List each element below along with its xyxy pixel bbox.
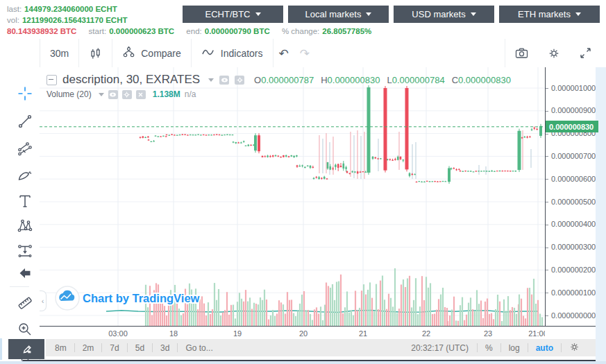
chevron-down-icon: [255, 12, 261, 16]
xabcd-pattern-tool[interactable]: [15, 216, 35, 236]
gear-icon[interactable]: [235, 76, 244, 85]
market-button-label: ECHT/BTC: [205, 9, 251, 19]
market-button-label: USD markets: [412, 9, 465, 19]
chart-style-button[interactable]: [79, 39, 112, 67]
ohlc-c: C0.000000830: [452, 75, 511, 85]
brush-icon: [17, 168, 33, 184]
gear-icon[interactable]: [562, 342, 587, 354]
stat-change-label: % change:: [282, 27, 319, 35]
chart-toolbar: 30m Compare Indicators ↶ ↷: [40, 39, 606, 68]
price-tick: [546, 202, 548, 202]
candles-icon: [89, 47, 102, 60]
time-axis-label: 23: [484, 329, 492, 338]
auto-scale-button[interactable]: auto: [528, 343, 561, 353]
undo-icon[interactable]: ↶: [273, 46, 294, 60]
chevron-down-icon: [366, 12, 371, 16]
time-axis-label: 03:00: [108, 329, 128, 338]
drawing-panel-button[interactable]: [8, 339, 44, 359]
text-tool[interactable]: [15, 191, 35, 211]
stat-vol-value: 121199026.156431170 ECHT: [22, 16, 128, 24]
price-tick: [546, 179, 548, 180]
compare-button[interactable]: Compare: [112, 39, 191, 67]
time-axis[interactable]: 03:0018192021222321:00: [40, 326, 545, 340]
ohlc-o: O0.000000787: [254, 75, 314, 85]
percent-scale-button[interactable]: %: [478, 343, 500, 353]
exchange-chart-page: last:144979.234060000 ECHT vol:121199026…: [0, 0, 606, 364]
price-tick: [546, 248, 548, 248]
toolbar-divider: [10, 286, 29, 287]
collapse-pane-handle[interactable]: ‹: [40, 291, 47, 311]
stat-last-value: 144979.234060000 ECHT: [24, 5, 117, 13]
market-button-eth-markets[interactable]: ETH markets: [499, 6, 600, 23]
indicators-button[interactable]: Indicators: [192, 39, 273, 67]
market-button-label: Local markets: [305, 9, 362, 19]
indicators-icon: [201, 46, 215, 60]
stat-vol-btc: 80.143938932 BTC: [7, 27, 76, 35]
market-button-echt-btc[interactable]: ECHT/BTC: [183, 6, 283, 23]
camera-icon: [514, 46, 529, 60]
price-axis-label: 0.000000100: [551, 288, 596, 297]
chart-area[interactable]: Chart by TradingView description, 30, EX…: [40, 67, 545, 326]
time-axis-label: 21: [359, 329, 367, 338]
gear-icon[interactable]: [122, 90, 132, 99]
range-button-7d[interactable]: 7d: [102, 343, 126, 353]
fib-tools-icon: [17, 141, 33, 157]
forecast-icon: [17, 243, 33, 259]
legend-collapse-icon[interactable]: [47, 75, 57, 85]
price-tick: [546, 225, 548, 225]
zoom-in-tool[interactable]: [15, 319, 35, 340]
chevron-down-icon[interactable]: [99, 93, 104, 96]
time-axis-label: 19: [233, 329, 242, 338]
redo-icon[interactable]: ↷: [294, 46, 315, 60]
clock: 20:32:17 (UTC): [403, 343, 477, 353]
chart-settings-button[interactable]: [538, 39, 570, 67]
tradingview-attribution[interactable]: Chart by TradingView: [56, 286, 200, 310]
stat-end-label: end:: [186, 27, 201, 35]
price-axis-label: 0.000000200: [551, 266, 596, 274]
goto-button[interactable]: Go to...: [178, 343, 220, 353]
price-axis-label: 0.000000300: [551, 243, 596, 251]
interval-label: 30m: [50, 48, 69, 59]
stat-start-value: 0.000000623 BTC: [109, 27, 174, 35]
xabcd-pattern-icon: [17, 218, 33, 234]
eye-icon[interactable]: [108, 90, 118, 99]
chevron-down-icon: [575, 12, 581, 16]
trend-line-icon: [17, 113, 33, 130]
cursor-arrow-tool[interactable]: [15, 263, 35, 284]
price-tick: [546, 293, 548, 293]
range-button-2m[interactable]: 2m: [75, 343, 102, 353]
range-button-5d[interactable]: 5d: [128, 343, 152, 353]
forecast-tool[interactable]: [15, 241, 35, 261]
brush-tool[interactable]: [15, 166, 35, 187]
stat-change-value: 26.8057785%: [322, 27, 371, 35]
stat-start-label: start:: [89, 27, 107, 35]
snapshot-button[interactable]: [505, 39, 538, 67]
text-icon: [17, 193, 33, 209]
price-tick: [546, 156, 548, 157]
chart-legend: description, 30, EXRATES O0.000000787H0.…: [47, 71, 511, 101]
price-axis-label: 0.000000600: [551, 175, 596, 183]
market-button-local-markets[interactable]: Local markets: [288, 6, 389, 23]
price-axis[interactable]: 0.0000010000.0000009000.0000008000.00000…: [545, 67, 596, 326]
log-scale-button[interactable]: log: [501, 343, 528, 353]
interval-button[interactable]: 30m: [40, 39, 78, 67]
chevron-down-icon[interactable]: [208, 78, 214, 82]
ohlc-values: O0.000000787H0.000000830L0.000000784C0.0…: [254, 75, 511, 85]
fib-tools-tool[interactable]: [15, 139, 35, 159]
ruler-tool[interactable]: [15, 293, 35, 313]
chart-canvas[interactable]: Chart by TradingView: [40, 67, 545, 326]
attribution-text: Chart by TradingView: [83, 292, 200, 304]
trend-line-tool[interactable]: [15, 111, 35, 132]
range-button-3d[interactable]: 3d: [153, 343, 177, 353]
bottom-toolbar: 8m2m7d5d3dGo to... 20:32:17 (UTC) % log …: [46, 339, 596, 356]
stat-vol-label: vol:: [7, 16, 19, 24]
time-axis-label: 21:00: [528, 329, 545, 338]
price-axis-label: 0.000000000: [551, 311, 596, 320]
fullscreen-button[interactable]: [570, 39, 601, 67]
compare-icon: [122, 46, 135, 60]
crosshair-tool[interactable]: [15, 83, 35, 104]
eye-icon[interactable]: [219, 76, 229, 85]
range-button-8m[interactable]: 8m: [47, 343, 74, 353]
market-button-usd-markets[interactable]: USD markets: [394, 6, 494, 23]
close-icon[interactable]: [136, 90, 146, 99]
